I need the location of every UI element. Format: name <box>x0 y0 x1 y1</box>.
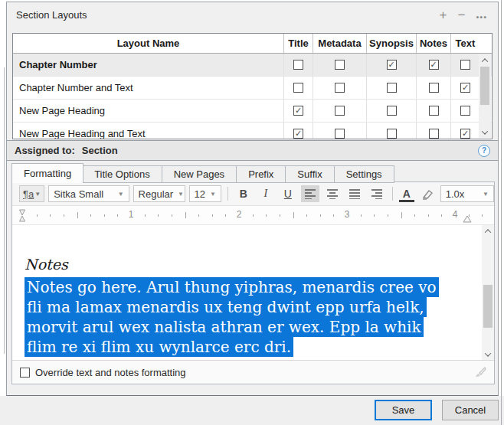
scroll-up-icon[interactable] <box>482 225 494 237</box>
column-header-text: Text <box>450 34 479 53</box>
element-checkbox[interactable] <box>293 106 303 116</box>
paintbrush-icon[interactable] <box>473 366 486 379</box>
layout-editor-tabs: FormattingTitle OptionsNew PagesPrefixSu… <box>11 163 394 183</box>
align-justify-button[interactable] <box>345 185 364 202</box>
ruler-tick <box>225 214 226 217</box>
tab-prefix[interactable]: Prefix <box>237 165 286 183</box>
column-header-title: Title <box>283 34 313 53</box>
more-options-button[interactable]: ••• <box>476 5 487 25</box>
tab-settings[interactable]: Settings <box>335 165 394 183</box>
cancel-button[interactable]: Cancel <box>442 400 499 420</box>
ruler-inch-label: 1 <box>129 209 134 220</box>
element-checkbox[interactable] <box>387 129 397 139</box>
checkbox-cell <box>283 77 313 99</box>
element-checkbox[interactable] <box>293 60 303 70</box>
selected-text-line: morvit arul wex nalista athran er wex. E… <box>25 317 424 337</box>
scroll-down-icon[interactable] <box>479 126 491 138</box>
element-checkbox[interactable] <box>387 60 397 70</box>
table-scrollbar-thumb[interactable] <box>480 67 489 105</box>
table-row[interactable]: New Page Heading <box>13 100 492 123</box>
element-checkbox[interactable] <box>335 106 345 116</box>
ruler-tick <box>198 214 199 217</box>
element-checkbox[interactable] <box>429 129 439 139</box>
format-presets-button[interactable]: ¶a ▼ <box>19 185 44 202</box>
ruler-tick <box>388 214 388 217</box>
align-left-button[interactable] <box>301 185 319 202</box>
ruler-tick <box>280 214 280 217</box>
formatting-toolbar: ¶a ▼ Sitka Small ▼ Regular ▼ 12 ▼ B I U <box>12 182 494 206</box>
element-checkbox[interactable] <box>429 83 439 93</box>
align-justify-icon <box>349 188 361 199</box>
indent-marker-left[interactable] <box>18 209 26 222</box>
checkbox-cell <box>313 100 366 122</box>
checkbox-cell <box>450 54 479 76</box>
element-checkbox[interactable] <box>293 129 303 139</box>
align-center-button[interactable] <box>323 185 342 202</box>
font-family-select[interactable]: Sitka Small ▼ <box>48 185 129 202</box>
override-formatting-checkbox[interactable] <box>20 368 30 378</box>
save-button[interactable]: Save <box>375 400 432 420</box>
ruler-tick <box>37 214 38 217</box>
layout-name-cell[interactable]: Chapter Number <box>13 54 283 76</box>
ruler-tick <box>117 214 118 217</box>
bold-button[interactable]: B <box>234 185 253 202</box>
table-body: Chapter NumberChapter Number and TextNew… <box>13 54 492 139</box>
element-checkbox[interactable] <box>335 60 345 70</box>
line-spacing-value: 1.0x <box>446 188 465 200</box>
tab-new-pages[interactable]: New Pages <box>162 165 237 183</box>
scroll-down-icon[interactable] <box>482 348 494 360</box>
text-color-button[interactable]: A <box>399 188 414 202</box>
indent-marker-right[interactable] <box>463 215 472 223</box>
add-layout-button[interactable]: + <box>440 7 447 24</box>
element-checkbox[interactable] <box>387 106 397 116</box>
font-style-select[interactable]: Regular ▼ <box>133 185 185 202</box>
element-checkbox[interactable] <box>460 106 470 116</box>
table-row[interactable]: New Page Heading and Text <box>13 123 492 139</box>
element-checkbox[interactable] <box>460 83 470 93</box>
layout-name-cell[interactable]: New Page Heading <box>13 100 283 122</box>
selected-text-line: Notes go here. Arul thung yiphras, menar… <box>25 277 439 297</box>
ruler-tick <box>361 214 362 217</box>
scroll-up-icon[interactable] <box>479 54 491 66</box>
align-right-button[interactable] <box>368 185 386 202</box>
line-spacing-select[interactable]: 1.0x ▼ <box>440 185 494 202</box>
italic-button[interactable]: I <box>257 185 275 202</box>
tab-title-options[interactable]: Title Options <box>83 165 162 183</box>
ruler-tick <box>293 212 294 218</box>
ruler-tick <box>104 214 105 217</box>
help-icon[interactable]: ? <box>478 145 490 157</box>
notes-heading: Notes <box>25 256 477 273</box>
ruler-tick <box>441 214 442 217</box>
element-checkbox[interactable] <box>335 129 345 139</box>
element-checkbox[interactable] <box>387 83 397 93</box>
toolbar-divider <box>392 187 393 201</box>
element-checkbox[interactable] <box>293 83 303 93</box>
editor-scrollbar-thumb[interactable] <box>483 285 493 328</box>
element-checkbox[interactable] <box>429 60 439 70</box>
ruler-tick <box>374 214 375 217</box>
element-checkbox[interactable] <box>460 60 470 70</box>
underline-button[interactable]: U <box>279 185 297 202</box>
ruler-tick <box>333 214 334 217</box>
table-row[interactable]: Chapter Number and Text <box>13 77 492 100</box>
clear-formatting-button[interactable] <box>418 185 437 202</box>
table-row[interactable]: Chapter Number <box>13 54 492 77</box>
element-checkbox[interactable] <box>429 106 439 116</box>
notes-text-editor[interactable]: Notes Notes go here. Arul thung yiphras,… <box>12 225 494 360</box>
font-size-select[interactable]: 12 ▼ <box>189 185 221 202</box>
editor-scrollbar[interactable] <box>482 225 494 360</box>
table-scrollbar[interactable] <box>479 54 491 138</box>
remove-layout-button[interactable]: − <box>458 7 466 24</box>
selected-paragraph: Notes go here. Arul thung yiphras, menar… <box>25 277 477 357</box>
column-header-metadata: Metadata <box>313 34 366 53</box>
element-checkbox[interactable] <box>460 129 470 139</box>
ruler-tick <box>77 212 78 218</box>
tab-formatting[interactable]: Formatting <box>11 163 83 183</box>
checkbox-cell <box>450 123 479 139</box>
element-checkbox[interactable] <box>335 83 345 93</box>
layout-name-cell[interactable]: Chapter Number and Text <box>13 77 283 99</box>
chevron-down-icon: ▼ <box>178 191 184 198</box>
tab-suffix[interactable]: Suffix <box>286 165 334 183</box>
section-layouts-dialog: Section Layouts + − ••• Layout Name Titl… <box>6 2 499 396</box>
layout-name-cell[interactable]: New Page Heading and Text <box>13 123 283 139</box>
